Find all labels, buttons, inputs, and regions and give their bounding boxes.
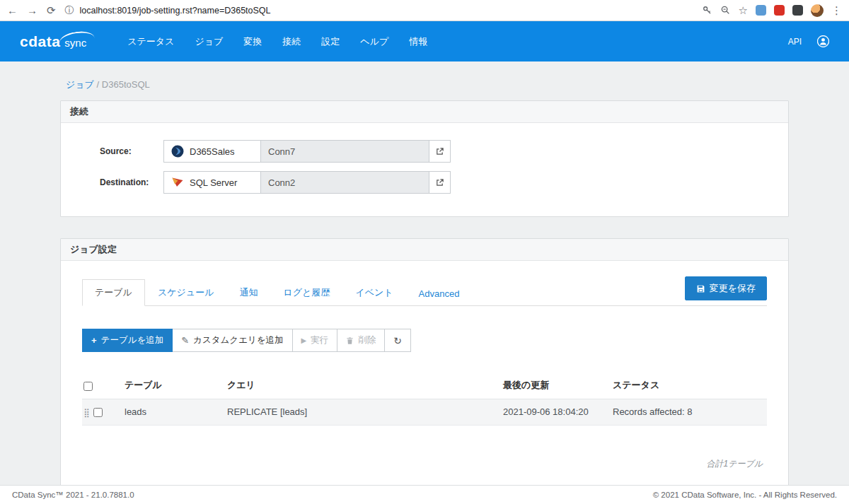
browser-chrome: ← → ⟳ ⓘ localhost:8019/job-setting.rst?n…	[0, 0, 849, 21]
tab-events[interactable]: イベント	[342, 279, 405, 306]
password-key-icon[interactable]	[702, 5, 712, 16]
delete-button[interactable]: 削除	[337, 329, 385, 352]
add-custom-query-button[interactable]: ✎ カスタムクエリを追加	[173, 329, 292, 352]
breadcrumb-current: D365toSQL	[102, 79, 150, 90]
main-nav: ステータス ジョブ 変換 接続 設定 ヘルプ 情報	[127, 35, 427, 48]
nav-item-help[interactable]: ヘルプ	[360, 35, 388, 48]
browser-reload-icon[interactable]: ⟳	[47, 5, 56, 16]
sql-server-connector-icon	[171, 177, 184, 188]
add-table-label: テーブルを追加	[101, 334, 164, 346]
table-header-row: テーブル クエリ 最後の更新 ステータス	[82, 372, 767, 399]
extension-icon[interactable]	[756, 5, 766, 16]
browser-forward-icon[interactable]: →	[27, 5, 37, 16]
column-header-query: クエリ	[221, 372, 497, 399]
connection-card-body: Source: D365Sales	[61, 123, 788, 216]
source-row: Source: D365Sales	[100, 140, 788, 163]
external-link-icon	[435, 178, 444, 187]
play-icon: ▶	[301, 336, 307, 344]
browser-back-icon[interactable]: ←	[7, 5, 18, 16]
table-row[interactable]: ⣿ leads REPLICATE [leads] 2021-09-06 18:…	[82, 399, 767, 426]
app-navbar: cdata sync ステータス ジョブ 変換 接続 設定 ヘルプ 情報 API	[0, 21, 849, 61]
table-total: 合計1テーブル	[82, 458, 767, 470]
nav-item-jobs[interactable]: ジョブ	[195, 35, 223, 48]
destination-open-connection-button[interactable]	[429, 171, 451, 194]
destination-connector-name: SQL Server	[190, 177, 237, 188]
cdata-sync-logo[interactable]: cdata sync	[20, 33, 86, 50]
select-all-checkbox[interactable]	[83, 382, 93, 391]
api-link[interactable]: API	[788, 37, 802, 47]
add-custom-query-label: カスタムクエリを追加	[193, 334, 283, 346]
nav-item-settings[interactable]: 設定	[321, 35, 340, 48]
add-table-button[interactable]: + テーブルを追加	[82, 329, 173, 352]
trash-icon	[346, 336, 354, 345]
refresh-button[interactable]: ↻	[385, 329, 411, 352]
destination-connector: SQL Server	[163, 171, 261, 194]
connection-card: 接続 Source: D365Sales	[60, 100, 789, 217]
run-label: 実行	[311, 334, 328, 346]
page-info-icon[interactable]: ⓘ	[65, 4, 74, 17]
breadcrumb-jobs-link[interactable]: ジョブ	[66, 79, 94, 90]
destination-connection-input[interactable]	[261, 171, 429, 194]
nav-item-connections[interactable]: 接続	[282, 35, 301, 48]
source-connector: D365Sales	[163, 140, 261, 163]
tab-logging-history[interactable]: ログと履歴	[270, 279, 342, 306]
logo-sync-text: sync	[64, 37, 86, 49]
table-toolbar: + テーブルを追加 ✎ カスタムクエリを追加 ▶ 実行	[82, 329, 767, 352]
cell-status: Records affected: 8	[607, 399, 767, 426]
tables-table: テーブル クエリ 最後の更新 ステータス ⣿ leads REPLICA	[82, 372, 767, 426]
source-connector-name: D365Sales	[190, 146, 235, 157]
breadcrumb: ジョブ / D365toSQL	[66, 78, 789, 91]
row-checkbox[interactable]	[93, 408, 103, 417]
save-changes-button[interactable]: 変更を保存	[685, 276, 767, 300]
browser-profile-avatar[interactable]	[811, 4, 824, 17]
logo-cdata-text: cdata	[20, 33, 60, 50]
save-changes-label: 変更を保存	[710, 282, 756, 295]
save-icon	[696, 284, 705, 293]
browser-menu-icon[interactable]: ⋮	[831, 4, 842, 17]
d365-connector-icon	[171, 145, 184, 158]
cell-query: REPLICATE [leads]	[221, 399, 497, 426]
destination-row: Destination: SQL Server	[100, 171, 788, 194]
tab-tables[interactable]: テーブル	[82, 279, 145, 306]
source-open-connection-button[interactable]	[429, 140, 451, 163]
destination-input-group: SQL Server	[163, 171, 451, 194]
job-settings-body: テーブル スケジュール 通知 ログと履歴 イベント Advanced 変更を保存	[61, 261, 788, 486]
pencil-icon: ✎	[181, 335, 189, 346]
page-content: ジョブ / D365toSQL 接続 Source: D365Sales	[0, 61, 849, 486]
destination-label: Destination:	[100, 177, 163, 187]
source-connection-input[interactable]	[261, 140, 429, 163]
url-text: localhost:8019/job-setting.rst?name=D365…	[80, 6, 271, 16]
footer-version: CData Sync™ 2021 - 21.0.7881.0	[12, 491, 134, 499]
breadcrumb-separator: /	[97, 79, 100, 90]
nav-item-status[interactable]: ステータス	[127, 35, 174, 48]
delete-label: 削除	[358, 334, 376, 346]
user-account-icon[interactable]	[817, 35, 829, 47]
plus-icon: +	[91, 335, 97, 346]
source-input-group: D365Sales	[163, 140, 451, 163]
browser-actions: ☆ ⋮	[702, 4, 842, 17]
run-button[interactable]: ▶ 実行	[293, 329, 338, 352]
footer: CData Sync™ 2021 - 21.0.7881.0 © 2021 CD…	[0, 485, 849, 504]
bookmark-star-icon[interactable]: ☆	[739, 4, 748, 17]
zoom-icon[interactable]	[720, 5, 731, 16]
job-tabs: テーブル スケジュール 通知 ログと履歴 イベント Advanced 変更を保存	[82, 276, 767, 306]
tab-advanced[interactable]: Advanced	[406, 281, 473, 306]
connection-card-title: 接続	[61, 101, 788, 123]
tab-schedule[interactable]: スケジュール	[145, 279, 227, 306]
external-link-icon	[435, 147, 444, 156]
nav-item-info[interactable]: 情報	[409, 35, 427, 48]
address-bar[interactable]: ⓘ localhost:8019/job-setting.rst?name=D3…	[65, 4, 693, 17]
nav-item-transform[interactable]: 変換	[243, 35, 262, 48]
cell-last-update: 2021-09-06 18:04:20	[497, 399, 607, 426]
job-settings-card: ジョブ設定 テーブル スケジュール 通知 ログと履歴 イベント Advanced…	[60, 238, 789, 486]
pdf-extension-icon[interactable]	[774, 5, 785, 16]
column-header-last-update: 最後の更新	[497, 372, 607, 399]
column-header-table: テーブル	[119, 372, 221, 399]
drag-handle[interactable]: ⣿	[83, 408, 90, 418]
tab-notifications[interactable]: 通知	[226, 279, 270, 306]
job-settings-title: ジョブ設定	[61, 239, 788, 261]
navbar-right: API	[788, 35, 829, 47]
cell-table-name: leads	[119, 399, 221, 426]
extension-icon-dark[interactable]	[792, 5, 803, 16]
footer-copyright: © 2021 CData Software, Inc. - All Rights…	[653, 491, 837, 499]
